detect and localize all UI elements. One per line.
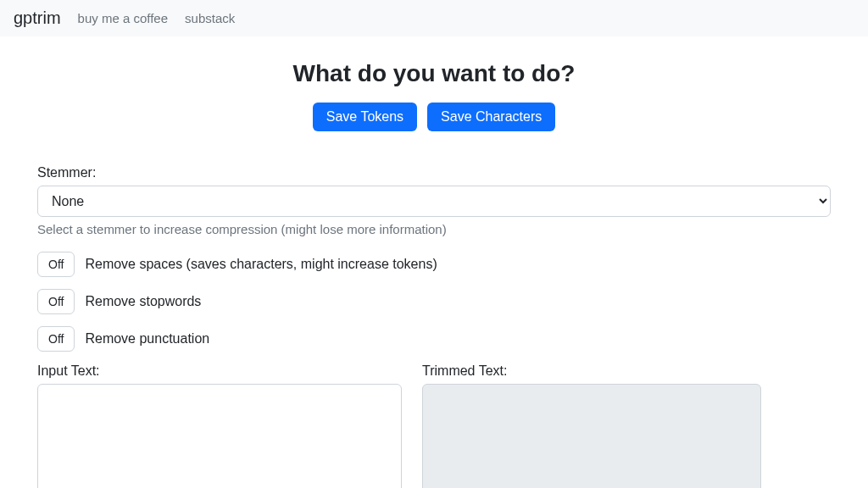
toggle-remove-spaces-row: Off Remove spaces (saves characters, mig…: [37, 252, 831, 277]
nav-link-substack[interactable]: substack: [185, 11, 235, 25]
toggle-remove-punctuation-row: Off Remove punctuation: [37, 326, 831, 352]
stemmer-help-text: Select a stemmer to increase compression…: [37, 222, 831, 236]
save-tokens-button[interactable]: Save Tokens: [313, 103, 417, 131]
toggle-remove-stopwords[interactable]: Off: [37, 289, 75, 314]
main-container: What do you want to do? Save Tokens Save…: [27, 60, 841, 488]
stemmer-select[interactable]: None: [37, 186, 831, 217]
toggle-remove-spaces[interactable]: Off: [37, 252, 75, 277]
stemmer-label: Stemmer:: [37, 165, 831, 180]
input-text-column: Input Text:: [37, 363, 402, 488]
navbar: gptrim buy me a coffee substack: [0, 0, 868, 36]
input-textarea[interactable]: [37, 384, 402, 488]
save-characters-button[interactable]: Save Characters: [427, 103, 555, 131]
output-textarea: [422, 384, 761, 488]
output-text-column: Trimmed Text:: [422, 363, 761, 488]
page-title: What do you want to do?: [37, 60, 831, 87]
toggle-remove-punctuation[interactable]: Off: [37, 326, 75, 352]
output-text-label: Trimmed Text:: [422, 363, 761, 379]
toggle-remove-punctuation-label: Remove punctuation: [85, 331, 209, 347]
input-text-label: Input Text:: [37, 363, 402, 379]
brand-link[interactable]: gptrim: [14, 8, 61, 28]
nav-link-coffee[interactable]: buy me a coffee: [78, 11, 168, 25]
toggle-remove-stopwords-label: Remove stopwords: [85, 294, 201, 309]
toggle-remove-spaces-label: Remove spaces (saves characters, might i…: [85, 257, 437, 272]
text-panes: Input Text: Trimmed Text:: [37, 363, 831, 488]
action-buttons: Save Tokens Save Characters: [37, 103, 831, 131]
toggle-remove-stopwords-row: Off Remove stopwords: [37, 289, 831, 314]
